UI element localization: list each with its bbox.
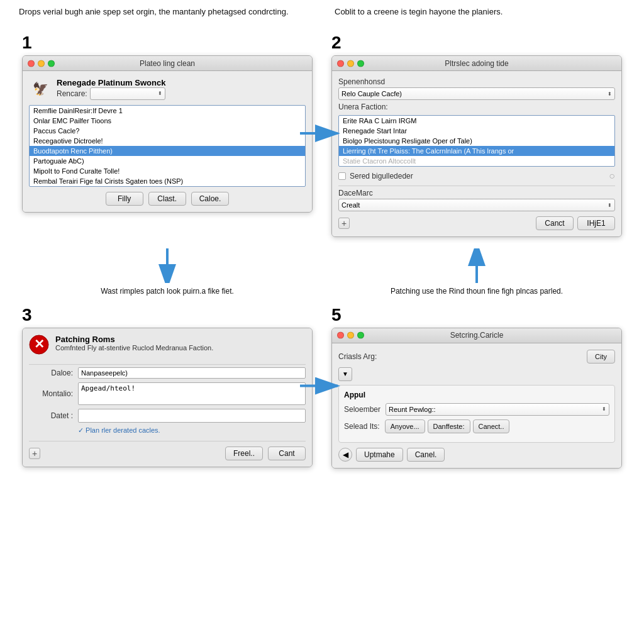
window-1: Plateo ling clean 🦅 Renegade Platinum Sw… xyxy=(22,55,313,213)
win2-select1-arrow: ⬍ xyxy=(608,91,612,97)
dacemarc-block: DaceMarc Crealt ⬍ xyxy=(338,189,615,211)
tl-green-5[interactable] xyxy=(357,332,364,339)
dacemarc-label: DaceMarc xyxy=(338,189,615,197)
seloember-row: Seloember Reunt Pewlog:: ⬍ xyxy=(344,403,609,416)
list-item[interactable]: Remflie DainlResir:If Devre 1 xyxy=(30,106,305,116)
middle-left: Wast rimples patch look puirn.a fike fie… xyxy=(13,242,322,300)
win2-button-row: Canct IHjE1 xyxy=(536,216,615,230)
window-5-title: Setcring.Caricle xyxy=(450,331,504,340)
seloember-select[interactable]: Reunt Pewlog:: ⬍ xyxy=(386,403,609,416)
filly-button[interactable]: Filly xyxy=(106,192,143,206)
list-item[interactable]: Renegade Start Intar xyxy=(339,126,614,136)
clast-button[interactable]: Clast. xyxy=(148,192,186,206)
win3-button-row: Freel.. Cant xyxy=(225,447,306,460)
section-2-num: 2 xyxy=(331,33,622,53)
uptmahe-button[interactable]: Uptmahe xyxy=(356,448,403,462)
separator xyxy=(338,186,615,186)
arrow-right-3to5 xyxy=(300,376,344,397)
arrow-down-1 xyxy=(158,245,177,286)
selead-its-row: Selead Its: Anyove... Danffeste: Canect.… xyxy=(344,419,609,433)
list-item[interactable]: Partoguale AbC) xyxy=(30,156,305,166)
win1-header: 🦅 Renegade Platinum Swonck Rencare: ⬍ xyxy=(29,77,306,100)
error-text-block: Patching Roms Comfnted Fly at-stentive R… xyxy=(55,335,213,352)
back-button[interactable]: ◀ xyxy=(338,448,352,462)
daloe-label: Daloe: xyxy=(29,369,73,377)
win2-plus-button[interactable]: + xyxy=(338,218,350,229)
separator-3 xyxy=(29,364,306,365)
tl-red-2[interactable] xyxy=(337,60,344,67)
error-title: Patching Roms xyxy=(55,335,213,344)
traffic-lights-2 xyxy=(337,60,364,67)
circle-icon: ○ xyxy=(609,170,615,182)
anyove-button[interactable]: Anyove... xyxy=(385,419,425,433)
desc-left: Wast rimples patch look puirn.a fike fie… xyxy=(101,286,234,297)
cant-button[interactable]: Cant xyxy=(268,447,306,460)
win1-select-label: Rencare: xyxy=(57,89,87,98)
list-item[interactable]: Erite RAa C Lairn IRGM xyxy=(339,116,614,126)
win1-select-row: Rencare: ⬍ xyxy=(57,87,165,100)
sered-checkbox[interactable] xyxy=(338,172,346,180)
page-wrapper: Drops verial bugh anie spep set orgin, t… xyxy=(0,0,644,480)
win2-label2: Unera Faction: xyxy=(338,103,615,111)
win2-listbox[interactable]: Erite RAa C Lairn IRGM Renegade Start In… xyxy=(338,115,615,167)
window-3: ✕ Patching Roms Comfnted Fly at-stentive… xyxy=(22,328,313,467)
list-item[interactable]: Recegaotive Dictroele! xyxy=(30,136,305,146)
plan-link[interactable]: ✓ Plan rler derated cacles. xyxy=(29,426,306,435)
dacemarc-input-row: Crealt ⬍ xyxy=(338,199,615,211)
window-5-content: Criasls Arg: City ▼ Appul Seloember Reun… xyxy=(332,343,621,468)
win2-field1-block: Spenenhonsd Relo Cauple Cacfe) ⬍ xyxy=(338,77,615,100)
dacemarc-arrow: ⬍ xyxy=(608,203,612,208)
list-item[interactable]: MipoIt to Fond Curalte Tolle! xyxy=(30,166,305,176)
dacemarc-value: Crealt xyxy=(341,201,360,209)
list-item[interactable]: Rembal Terairi Fige fal Cirists Sgaten t… xyxy=(30,176,305,186)
freel-button[interactable]: Freel.. xyxy=(225,447,263,460)
win5-bottom-row: ◀ Uptmahe Canel. xyxy=(338,448,615,462)
criasts-label: Criasls Arg: xyxy=(338,352,377,361)
arrow-up-1 xyxy=(467,245,486,286)
win2-select1[interactable]: Relo Cauple Cacfe) ⬍ xyxy=(338,87,615,100)
win3-footer: + Freel.. Cant xyxy=(29,441,306,460)
list-item-selected[interactable]: Buodtapotn Renc Pitthen) xyxy=(30,146,305,156)
canct-button[interactable]: Canct xyxy=(536,216,574,230)
form-row-2: Montalio: Apgead/hteol! xyxy=(29,382,306,405)
list-item[interactable]: Paccus Cacle? xyxy=(30,126,305,136)
checkbox-label: Sered bigullededer xyxy=(350,172,413,180)
tl-green-2[interactable] xyxy=(357,60,364,67)
list-item[interactable]: Statie Ctacron Altoccollt xyxy=(339,156,614,166)
ihjel-button[interactable]: IHjE1 xyxy=(577,216,615,230)
win2-select1-value: Relo Cauple Cacfe) xyxy=(341,90,402,97)
tl-yellow-5[interactable] xyxy=(347,332,354,339)
tl-yellow-2[interactable] xyxy=(347,60,354,67)
montalio-label: Montalio: xyxy=(29,389,73,398)
error-icon: ✕ xyxy=(29,335,49,358)
canel-button[interactable]: Canel. xyxy=(407,448,445,462)
section-3-num: 3 xyxy=(22,305,313,325)
dacemarc-input[interactable]: Crealt ⬍ xyxy=(338,199,615,211)
window-3-content: ✕ Patching Roms Comfnted Fly at-stentive… xyxy=(23,328,312,467)
win2-field2-block: Unera Faction: Erite RAa C Lairn IRGM Re… xyxy=(338,103,615,167)
caloe-button[interactable]: Caloe. xyxy=(191,192,230,206)
list-item[interactable]: Onlar EMC Pailfer Tioons xyxy=(30,116,305,126)
daloe-input[interactable] xyxy=(78,367,306,379)
win1-button-row: Filly Clast. Caloe. xyxy=(29,192,306,206)
tl-green-1[interactable] xyxy=(48,60,55,67)
list-item[interactable]: Biolgo Plecistoung Resligate Oper of Tal… xyxy=(339,136,614,146)
window-1-title: Plateo ling clean xyxy=(140,59,195,68)
window-1-content: 🦅 Renegade Platinum Swonck Rencare: ⬍ xyxy=(23,71,312,212)
tl-red-5[interactable] xyxy=(337,332,344,339)
danffeste-button[interactable]: Danffeste: xyxy=(428,419,470,433)
top-desc-1: Drops verial bugh anie spep set orgin, t… xyxy=(19,6,309,18)
montalio-input[interactable]: Apgead/hteol! xyxy=(78,382,306,405)
win1-select[interactable]: ⬍ xyxy=(90,87,166,100)
datet-input[interactable] xyxy=(78,409,306,423)
win3-plus-button[interactable]: + xyxy=(29,448,40,459)
tl-red-1[interactable] xyxy=(28,60,35,67)
selead-buttons: Anyove... Danffeste: Canect.. xyxy=(385,419,510,433)
canect-button[interactable]: Canect.. xyxy=(473,419,510,433)
win5-criasts-row: Criasls Arg: City xyxy=(338,350,615,364)
window-2-titlebar: Pltrslec adoing tide xyxy=(332,56,621,71)
tl-yellow-1[interactable] xyxy=(38,60,45,67)
list-item-selected[interactable]: Lierring (ht Tre Plaiss: The Calcrnlnlai… xyxy=(339,146,614,156)
win1-listbox[interactable]: Remflie DainlResir:If Devre 1 Onlar EMC … xyxy=(29,105,306,187)
city-button[interactable]: City xyxy=(587,350,615,364)
